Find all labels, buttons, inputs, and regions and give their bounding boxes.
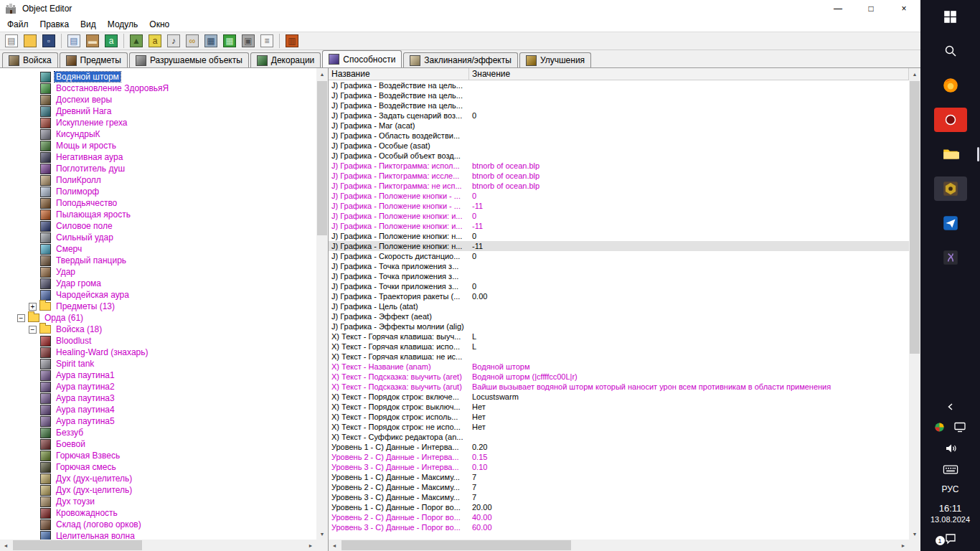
menu-view[interactable]: Вид xyxy=(75,18,102,31)
tree-item[interactable]: +Предметы (13) xyxy=(0,301,316,312)
scroll-thumb[interactable] xyxy=(13,540,142,550)
scroll-right-button[interactable]: ► xyxy=(305,540,316,551)
toolbar-test-map-button[interactable]: ▥ xyxy=(283,33,301,49)
blue-app-button[interactable] xyxy=(934,211,967,235)
table-row[interactable]: J) Графика - Особые (asat) xyxy=(329,141,909,151)
toolbar-paste-special-button[interactable]: a xyxy=(102,33,121,49)
tree-item[interactable]: Поглотитель душ xyxy=(0,163,316,174)
table-vertical-scrollbar[interactable]: ▲ ▼ xyxy=(909,68,920,540)
scroll-down-button[interactable]: ▼ xyxy=(316,528,328,540)
toolbar-sound-editor-button[interactable]: ♪ xyxy=(164,33,183,49)
tree-item[interactable]: Удар xyxy=(0,266,316,278)
tab-upgrades[interactable]: Улучшения xyxy=(519,52,591,67)
tree-item[interactable]: Горючая Взвесь xyxy=(0,450,316,461)
table-row[interactable]: J) Графика - Цель (atat) xyxy=(329,301,909,311)
tab-abilities[interactable]: Способности xyxy=(322,50,402,67)
tree-item[interactable]: Аура паутина1 xyxy=(0,369,316,381)
tree-item[interactable]: Твердый панцирь xyxy=(0,255,316,266)
toolbar-script-editor-button[interactable]: a xyxy=(146,33,164,49)
table-row[interactable]: X) Текст - Подсказка: выучить (aret)Водя… xyxy=(329,372,909,382)
tree-vertical-scrollbar[interactable]: ▲ ▼ xyxy=(316,68,328,540)
tree-item[interactable]: Кровожадность xyxy=(0,507,316,519)
tree-item[interactable]: Аура паутина3 xyxy=(0,392,316,404)
table-row[interactable]: X) Текст - Подсказка: выучить (arut)Вайш… xyxy=(329,382,909,392)
tree-item[interactable]: Дух (дух-целитель) xyxy=(0,484,316,496)
table-row[interactable]: J) Графика - Положение кнопки: и...-11 xyxy=(329,221,909,231)
tab-doodads[interactable]: Декорации xyxy=(250,52,321,67)
toolbar-paste-button[interactable]: ▬ xyxy=(83,33,102,49)
table-row[interactable]: X) Текст - Порядок строк: не испо...Нет xyxy=(329,422,909,432)
table-row[interactable]: Уровень 2 - С) Данные - Максиму...7 xyxy=(329,482,909,492)
scroll-thumb[interactable] xyxy=(341,540,571,550)
menu-module[interactable]: Модуль xyxy=(102,18,144,31)
scroll-left-button[interactable]: ◄ xyxy=(0,540,11,551)
tree-item[interactable]: Горючая смесь xyxy=(0,461,316,473)
expand-icon[interactable]: + xyxy=(29,303,37,311)
tree-item[interactable]: Пылающая ярость xyxy=(0,209,316,220)
table-row[interactable]: J) Графика - Положение кнопки: н...0 xyxy=(329,231,909,241)
column-header-name[interactable]: Название xyxy=(329,68,469,80)
tree-item[interactable]: Боевой xyxy=(0,438,316,450)
minimize-button[interactable]: — xyxy=(821,0,854,17)
scroll-down-button[interactable]: ▼ xyxy=(909,528,920,540)
table-row[interactable]: J) Графика - Маг (acat) xyxy=(329,121,909,131)
chevron-left-icon[interactable] xyxy=(946,402,956,412)
table-row[interactable]: J) Графика - Положение кнопки - ...-11 xyxy=(329,201,909,211)
table-row[interactable]: J) Графика - Положение кнопки - ...0 xyxy=(329,191,909,201)
table-row[interactable]: J) Графика - Воздействие на цель... xyxy=(329,100,909,110)
table-row[interactable]: Уровень 2 - С) Данные - Порог во...40.00 xyxy=(329,512,909,522)
display-icon[interactable] xyxy=(953,420,966,433)
collapse-icon[interactable]: − xyxy=(17,314,25,322)
touch-keyboard-icon[interactable] xyxy=(943,463,958,476)
menu-window[interactable]: Окно xyxy=(143,18,175,31)
table-row[interactable]: X) Текст - Горячая клавиша: испо...L xyxy=(329,342,909,352)
table-row[interactable]: J) Графика - Пиктограмма: испол...btnorb… xyxy=(329,161,909,171)
tree-item[interactable]: Аура паутина4 xyxy=(0,404,316,415)
table-row[interactable]: J) Графика - Воздействие на цель... xyxy=(329,80,909,90)
tree-item[interactable]: Беззуб xyxy=(0,427,316,438)
tab-units[interactable]: Войска xyxy=(2,52,58,67)
menu-file[interactable]: Файл xyxy=(1,18,34,31)
scroll-thumb[interactable] xyxy=(317,81,327,235)
tree-item[interactable]: Мощь и ярость xyxy=(0,140,316,151)
tree-item[interactable]: Негативная аура xyxy=(0,151,316,163)
menu-edit[interactable]: Правка xyxy=(34,18,75,31)
toolbar-copy-button[interactable]: ▤ xyxy=(65,33,83,49)
close-button[interactable]: × xyxy=(887,0,920,17)
toolbar-terrain-grid-button[interactable]: ▦ xyxy=(220,33,239,49)
tree-item[interactable]: Дух тоузи xyxy=(0,496,316,507)
toolbar-open-folder-button[interactable] xyxy=(21,33,39,49)
scroll-up-button[interactable]: ▲ xyxy=(316,68,328,80)
scroll-thumb[interactable] xyxy=(910,81,920,354)
table-horizontal-scrollbar[interactable]: ◄ ► xyxy=(329,540,909,551)
tree-item[interactable]: Healing-Ward (знахарь) xyxy=(0,347,316,358)
tree-item[interactable]: Искупление греха xyxy=(0,117,316,128)
table-row[interactable]: J) Графика - Эффекты молнии (alig) xyxy=(329,321,909,331)
red-app-button[interactable] xyxy=(934,108,967,132)
table-row[interactable]: Уровень 3 - С) Данные - Порог во...60.00 xyxy=(329,522,909,532)
table-row[interactable]: J) Графика - Область воздействи... xyxy=(329,131,909,141)
table-row[interactable]: X) Текст - Горячая клавиша: выуч...L xyxy=(329,331,909,342)
table-row[interactable]: X) Текст - Суффикс редактора (an... xyxy=(329,432,909,442)
table-row[interactable]: J) Графика - Положение кнопки: и...0 xyxy=(329,211,909,221)
tree-item[interactable]: Сильный удар xyxy=(0,232,316,243)
table-row[interactable]: Уровень 1 - С) Данные - Интерва...0.20 xyxy=(329,442,909,452)
tree-item[interactable]: −Войска (18) xyxy=(0,324,316,335)
toolbar-import-manager-button[interactable]: ≡ xyxy=(258,33,276,49)
clock[interactable]: 16:1113.08.2024 xyxy=(930,503,970,524)
toolbar-object-editor-button[interactable]: ∞ xyxy=(183,33,202,49)
tree-item[interactable]: Аура паутина5 xyxy=(0,415,316,427)
table-row[interactable]: J) Графика - Точка приложения з... xyxy=(329,271,909,281)
maximize-button[interactable]: □ xyxy=(854,0,887,17)
table-row[interactable]: J) Графика - Точка приложения з... xyxy=(329,261,909,271)
language-indicator[interactable]: РУС xyxy=(941,484,958,494)
table-row[interactable]: J) Графика - Пиктограмма: не исп...btnor… xyxy=(329,181,909,191)
tree-item[interactable]: Склад (логово орков) xyxy=(0,519,316,530)
tree-item[interactable]: Древний Нага xyxy=(0,105,316,117)
table-row[interactable]: J) Графика - Скорость дистанцио...0 xyxy=(329,251,909,261)
tree-item[interactable]: Доспехи веры xyxy=(0,94,316,105)
tree-item[interactable]: Поподьячество xyxy=(0,197,316,209)
tree-item[interactable]: Bloodlust xyxy=(0,335,316,347)
action-center-button[interactable]: 1 xyxy=(944,532,957,545)
table-row[interactable]: J) Графика - Положение кнопки: н...-11 xyxy=(329,241,909,251)
